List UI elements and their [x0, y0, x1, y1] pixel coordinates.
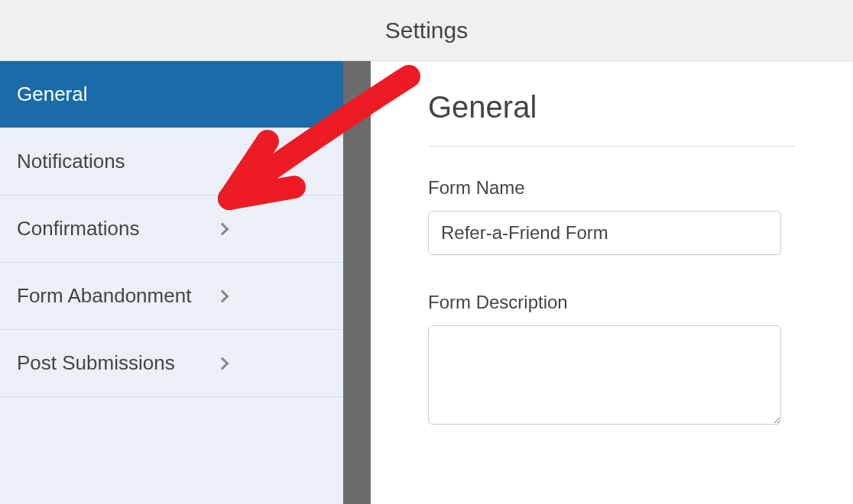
chevron-right-icon	[216, 289, 229, 302]
sidebar-item-label: Post Submissions	[17, 351, 175, 375]
form-description-group: Form Description	[428, 292, 796, 428]
form-name-input[interactable]	[428, 211, 781, 255]
gutter	[343, 61, 371, 504]
sidebar-item-label: Confirmations	[17, 217, 139, 241]
sidebar-item-label: General	[17, 82, 88, 106]
content-area: General Notifications Confirmations Form…	[0, 61, 853, 504]
form-name-label: Form Name	[428, 177, 796, 199]
header: Settings	[0, 0, 853, 61]
form-description-label: Form Description	[428, 292, 796, 313]
sidebar-item-general[interactable]: General	[0, 61, 343, 128]
sidebar-item-label: Notifications	[17, 150, 125, 173]
chevron-right-icon	[216, 357, 229, 370]
sidebar-item-form-abandonment[interactable]: Form Abandonment	[0, 263, 343, 330]
sidebar-item-confirmations[interactable]: Confirmations	[0, 195, 343, 263]
page-title: Settings	[385, 18, 468, 44]
sidebar-item-post-submissions[interactable]: Post Submissions	[0, 330, 343, 397]
sidebar-item-notifications[interactable]: Notifications	[0, 128, 343, 195]
main-panel: General Form Name Form Description	[371, 61, 853, 504]
form-name-group: Form Name	[428, 177, 796, 255]
settings-sidebar: General Notifications Confirmations Form…	[0, 61, 343, 504]
form-description-textarea[interactable]	[428, 325, 781, 425]
section-title: General	[428, 90, 796, 124]
sidebar-item-label: Form Abandonment	[17, 284, 191, 308]
chevron-right-icon	[216, 222, 229, 235]
divider	[428, 146, 796, 147]
